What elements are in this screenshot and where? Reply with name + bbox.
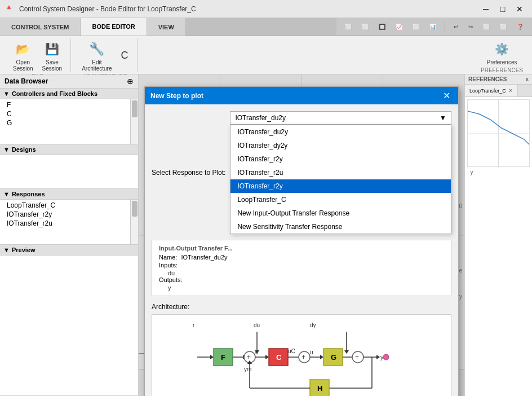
preferences-label: PREFERENCES (481, 67, 523, 73)
toolbar-icon-btn-7[interactable]: ↩ (450, 22, 462, 32)
dropdown-list: IOTransfer_du2y IOTransfer_dy2y IOTransf… (230, 125, 451, 234)
svg-text:ym: ym (244, 366, 251, 372)
preview-collapse-icon: ▼ (3, 247, 10, 253)
responses-scroll-thumb (132, 201, 138, 217)
file-group: 📂 Open Session 💾 Save Session FILE (5, 38, 71, 72)
architecture-section: Architecture: r du dy (152, 303, 451, 396)
info-name-label: Name: (159, 254, 177, 261)
info-name-value: IOTransfer_du2y (181, 254, 227, 261)
svg-marker-34 (376, 355, 380, 359)
svg-text:u: u (310, 349, 313, 355)
info-name-field: Name: IOTransfer_du2y (159, 254, 444, 261)
svg-point-47 (383, 354, 389, 360)
toolbar-icon-btn-11[interactable]: ❓ (513, 22, 527, 32)
edit-arch-icon: 🔧 (88, 40, 106, 58)
controllers-scrollbar[interactable] (130, 99, 138, 144)
designs-collapse-icon: ▼ (3, 146, 10, 153)
toolbar-icon-btn-2[interactable]: ⬜ (358, 22, 373, 32)
controllers-label: Controllers and Fixed Blocks (12, 90, 97, 97)
collapse-icon: ▼ (3, 90, 10, 97)
preferences-button[interactable]: ⚙️ Preferences (483, 38, 521, 67)
designs-section-header[interactable]: ▼ Designs (0, 144, 138, 155)
svg-text:H: H (317, 384, 322, 393)
dropdown-item-new-sensitivity[interactable]: New Sensitivity Transfer Response (230, 220, 451, 234)
modal-close-button[interactable]: ✕ (441, 90, 453, 101)
response-item-looptransfer[interactable]: LoopTransfer_C (2, 201, 136, 210)
dropdown-item-new-io[interactable]: New Input-Output Transfer Response (230, 206, 451, 220)
select-response-label: Select Response to Plot: (152, 169, 225, 177)
designs-label: Designs (12, 146, 36, 153)
open-icon: 📂 (14, 40, 32, 58)
save-icon: 💾 (43, 40, 61, 58)
select-response-row: Select Response to Plot: IOTransfer_du2y… (152, 111, 451, 234)
tab-control-system[interactable]: CONTROL SYSTEM (0, 18, 81, 36)
bode-mini-chart (468, 100, 529, 168)
controllers-list: F C G (0, 99, 138, 129)
info-outputs-value: y (168, 284, 444, 291)
responses-list: LoopTransfer_C IOTransfer_r2y IOTransfer… (0, 200, 138, 229)
responses-section-header[interactable]: ▼ Responses (0, 189, 138, 200)
dropdown-item-dy2y[interactable]: IOTransfer_dy2y (230, 139, 451, 152)
response-item-iotransfer-r2u[interactable]: IOTransfer_r2u (2, 219, 136, 228)
toolbar-icon-btn-5[interactable]: ⬜ (409, 22, 423, 32)
preview-section-content (0, 256, 138, 396)
info-title: Input-Output Transfer F... (159, 245, 444, 252)
preview-section-header[interactable]: ▼ Preview (0, 245, 138, 256)
dropdown-item-r2y-1[interactable]: IOTransfer_r2y (230, 152, 451, 166)
dropdown-selected-value: IOTransfer_du2y (235, 114, 440, 122)
dropdown-item-r2u[interactable]: IOTransfer_r2u (230, 166, 451, 179)
controller-item-F[interactable]: F (2, 100, 136, 109)
panel-collapse-icon[interactable]: « (525, 76, 529, 82)
toolbar-icon-btn-6[interactable]: 📊 (425, 22, 440, 32)
response-dropdown[interactable]: IOTransfer_du2y ▼ (230, 111, 451, 125)
info-inputs-value: du (168, 270, 444, 276)
controller-item-C[interactable]: C (2, 109, 136, 118)
tab-view[interactable]: VIEW (147, 18, 186, 36)
info-outputs-label: Outputs: (159, 276, 183, 283)
svg-marker-5 (210, 355, 214, 359)
arch-extra-button[interactable]: C (117, 48, 132, 63)
open-session-button[interactable]: 📂 Open Session (9, 38, 37, 73)
toolbar-icon-btn-4[interactable]: 📈 (392, 22, 406, 32)
label-r: r (193, 322, 195, 328)
toolbar-icon-btn-8[interactable]: ↪ (464, 22, 477, 32)
toolbar-icon-btn-1[interactable]: ⬜ (341, 22, 356, 32)
close-button[interactable]: ✕ (512, 3, 527, 15)
controller-item-G[interactable]: G (2, 118, 136, 127)
app-icon: 🔺 (5, 3, 16, 15)
bode-tab-looptransfer[interactable]: LoopTransfer_C ✕ (465, 85, 518, 96)
preferences-group: ⚙️ Preferences PREFERENCES (476, 38, 527, 72)
responses-collapse-icon: ▼ (3, 191, 10, 197)
response-dropdown-container: IOTransfer_du2y ▼ IOTransfer_du2y IOTran… (230, 111, 451, 234)
controllers-section-header[interactable]: ▼ Controllers and Fixed Blocks (0, 89, 138, 99)
responses-scrollbar[interactable] (130, 200, 138, 244)
dropdown-item-du2y[interactable]: IOTransfer_du2y (230, 125, 451, 139)
toolbar-icon-btn-9[interactable]: ⬜ (479, 22, 494, 32)
svg-text:C: C (276, 353, 282, 362)
bode-tab-close[interactable]: ✕ (508, 87, 513, 94)
svg-marker-30 (344, 350, 349, 354)
svg-text:F: F (221, 353, 225, 362)
response-item-iotransfer-r2y[interactable]: IOTransfer_r2y (2, 210, 136, 219)
toolbar-icon-btn-10[interactable]: ⬜ (496, 22, 511, 32)
controllers-section-content: F C G (0, 99, 138, 144)
sidebar-header: Data Browser ⊕ (0, 74, 138, 89)
controllers-scroll-thumb (132, 100, 138, 117)
bode-tab-label: LoopTransfer_C (469, 88, 506, 94)
sidebar: Data Browser ⊕ ▼ Controllers and Fixed B… (0, 74, 139, 396)
minimize-button[interactable]: ─ (478, 3, 494, 15)
label-dy: dy (310, 322, 316, 328)
maximize-button[interactable]: □ (495, 3, 511, 15)
dropdown-item-r2y-2[interactable]: IOTransfer_r2y (230, 179, 451, 193)
tab-bar: CONTROL SYSTEM BODE EDITOR VIEW ⬜ ⬜ 🔲 📈 … (0, 18, 532, 36)
svg-text:+: + (302, 353, 305, 361)
edit-architecture-button[interactable]: 🔧 EditArchitecture (78, 38, 116, 73)
designs-section-content (0, 155, 138, 189)
save-session-button[interactable]: 💾 Save Session (38, 38, 66, 73)
modal-overlay: New Step to plot ✕ Select Response to Pl… (139, 74, 464, 396)
dropdown-item-looptransfer[interactable]: LoopTransfer_C (230, 193, 451, 206)
modal-titlebar: New Step to plot ✕ (145, 87, 458, 104)
sidebar-expand-btn[interactable]: ⊕ (127, 77, 134, 86)
tab-bode-editor[interactable]: BODE EDITOR (81, 18, 147, 36)
toolbar-icon-btn-3[interactable]: 🔲 (375, 22, 389, 32)
